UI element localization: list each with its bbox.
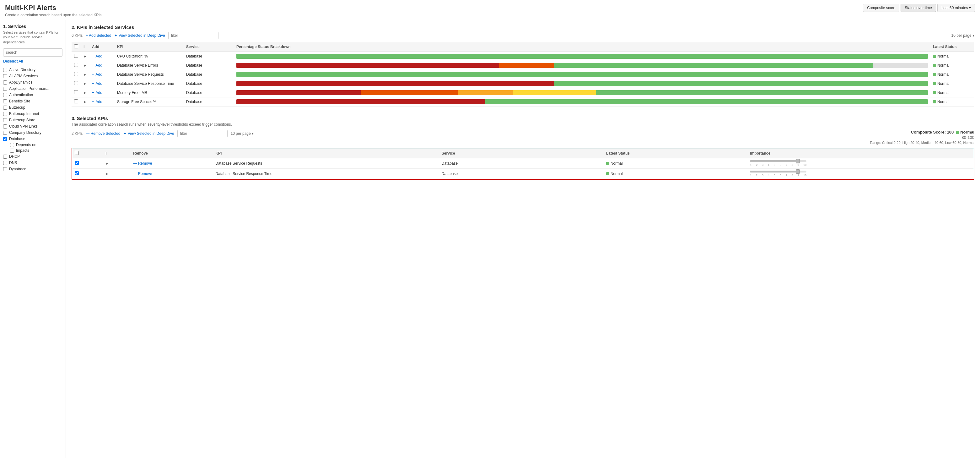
table-row: ► + Add Database Service Response Time D… [72,79,974,88]
selected-filter-input[interactable] [177,130,228,137]
expand-button-2[interactable]: ► [83,73,87,77]
list-item: AppDynamics [3,79,62,85]
service-checkbox-app-perf[interactable] [3,87,7,91]
selected-kpi-table: i Remove KPI Service Latest Status Impor… [72,148,974,179]
service-checkbox-cloud-vpn[interactable] [3,125,7,128]
add-kpi-button-0[interactable]: + Add [92,54,102,58]
kpi-row-checkbox-3[interactable] [74,81,78,85]
service-checkbox-appdynamics[interactable] [3,80,7,85]
service-checkbox-dns[interactable] [3,161,7,165]
status-dot [933,82,936,85]
expand-button-1[interactable]: ► [83,64,87,67]
sel-row-checkbox-cell [72,169,103,179]
service-checkbox-dhcp[interactable] [3,155,7,159]
row-add-cell: + Add [89,88,115,97]
add-kpi-button-5[interactable]: + Add [92,100,102,104]
add-selected-button[interactable]: + Add Selected [86,33,111,38]
row-kpi-name: Database Service Requests [115,70,184,79]
selected-kpis-section: 3. Selected KPIs The associated correlat… [66,111,980,184]
selected-table-header: i Remove KPI Service Latest Status Impor… [72,149,974,158]
last-60-minutes-button[interactable]: Last 60 minutes ▾ [937,4,975,12]
sel-status-text: Normal [611,172,623,176]
kpi-per-page[interactable]: 10 per page ▾ [951,33,974,38]
kpi-count: 6 KPIs [72,33,83,38]
service-checkbox-auth[interactable] [3,93,7,97]
expand-button-5[interactable]: ► [83,100,87,104]
service-checkbox-benefits[interactable] [3,99,7,103]
add-kpi-button-3[interactable]: + Add [92,81,102,86]
composite-left: 2 KPIs — Remove Selected ✦ View Selected… [72,130,254,140]
service-checkbox-company-dir[interactable] [3,131,7,135]
service-checkbox-database[interactable] [3,137,7,141]
service-list: Active Directory All APM Services AppDyn… [3,67,62,172]
service-label: Buttercup Store [9,118,35,122]
service-label: Authentication [9,93,33,97]
selected-per-page[interactable]: 10 per page ▾ [231,131,254,136]
service-checkbox-depends-on[interactable] [10,143,14,147]
list-item: Depends on [10,142,62,148]
sel-row-remove-cell: — Remove [130,169,213,179]
service-checkbox-active-directory[interactable] [3,68,7,72]
select-all-checkbox[interactable] [74,44,78,48]
list-item: Company Directory [3,129,62,136]
service-label: Database [9,137,25,141]
remove-kpi-button-1[interactable]: — Remove [133,172,152,176]
service-checkbox-impacts[interactable] [10,149,14,153]
selected-select-all-checkbox[interactable] [75,151,79,155]
kpi-filter-input[interactable] [168,32,218,39]
expand-button-0[interactable]: ► [83,54,87,58]
sel-status-text: Normal [611,161,623,166]
kpi-row-checkbox-5[interactable] [74,99,78,103]
remove-kpi-button-0[interactable]: — Remove [133,161,152,166]
list-item: All APM Services [3,73,62,79]
importance-scale: 12345678910 [750,163,807,166]
kpi-row-checkbox-0[interactable] [74,54,78,58]
service-label: Buttercup [9,105,25,110]
row-add-cell: + Add [89,79,115,88]
importance-slider-wrapper: 12345678910 [750,171,807,177]
add-kpi-button-2[interactable]: + Add [92,72,102,77]
service-checkbox-dynatrace[interactable] [3,167,7,171]
main-layout: 1. Services Select services that contain… [0,20,980,458]
th-kpi: KPI [115,42,184,52]
service-checkbox-all-apm[interactable] [3,74,7,78]
row-kpi-name: Database Service Response Time [115,79,184,88]
expand-button-4[interactable]: ► [83,91,87,94]
list-item: Buttercup [3,104,62,110]
composite-score-button[interactable]: Composite score [863,4,899,12]
row-pct-breakdown [234,70,931,79]
row-expand-cell: ► [81,52,89,61]
add-kpi-button-4[interactable]: + Add [92,91,102,95]
sel-row-kpi-name: Database Service Requests [213,158,439,169]
th-add: Add [89,42,115,52]
service-label: Application Performan... [9,86,49,91]
sel-expand-button-1[interactable]: ► [105,172,109,176]
status-dot [933,73,936,76]
sel-expand-button-0[interactable]: ► [105,161,109,165]
add-kpi-button-1[interactable]: + Add [92,63,102,67]
selected-row-checkbox-0[interactable] [75,161,79,165]
deselect-all-link[interactable]: Deselect All [3,59,62,64]
service-checkbox-buttercup-store[interactable] [3,118,7,122]
service-checkbox-buttercup[interactable] [3,105,7,110]
row-checkbox-cell [72,97,81,107]
kpi-row-checkbox-1[interactable] [74,63,78,67]
expand-button-3[interactable]: ► [83,82,87,85]
service-label: Benefits Site [9,99,30,103]
search-input[interactable] [3,48,62,57]
remove-selected-button[interactable]: — Remove Selected [86,131,120,136]
kpi-row-checkbox-2[interactable] [74,72,78,76]
service-checkbox-buttercup-intranet[interactable] [3,112,7,116]
table-row: ► + Add CPU Utilization: % Database Norm… [72,52,974,61]
sidebar: 1. Services Select services that contain… [0,20,66,458]
sel-row-latest-status: Normal [604,158,748,169]
row-service: Database [184,70,234,79]
selected-view-deep-dive-button[interactable]: ✦ View Selected in Deep Dive [123,131,174,136]
row-kpi-name: CPU Utilization: % [115,52,184,61]
view-deep-dive-button[interactable]: ✦ View Selected in Deep Dive [114,33,165,38]
importance-track [750,171,807,172]
selected-row-checkbox-1[interactable] [75,171,79,175]
service-label: Dynatrace [9,167,26,171]
kpi-row-checkbox-4[interactable] [74,90,78,94]
status-over-time-button[interactable]: Status over time [900,4,936,12]
